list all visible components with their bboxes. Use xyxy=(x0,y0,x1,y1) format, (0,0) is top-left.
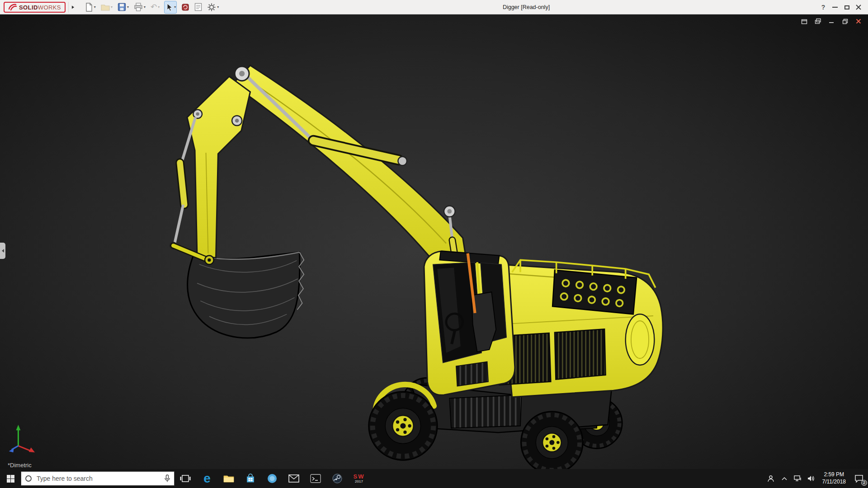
cortana-icon xyxy=(25,475,32,482)
file-explorer-button[interactable] xyxy=(218,469,240,488)
dropdown-caret[interactable]: ▾ xyxy=(174,5,176,9)
minimize-doc-icon xyxy=(829,19,834,24)
brand-solid: SOLID xyxy=(19,4,38,11)
file-explorer-icon xyxy=(223,474,234,483)
system-tray: 2:59 PM 7/11/2018 2 xyxy=(764,469,868,488)
dropdown-caret[interactable]: ▾ xyxy=(111,5,113,9)
restore-doc-icon xyxy=(842,19,848,24)
document-window-controls xyxy=(800,17,863,25)
dropdown-caret[interactable]: ▾ xyxy=(158,5,160,9)
dropdown-caret[interactable]: ▾ xyxy=(217,5,219,9)
side-grille-right xyxy=(555,329,606,379)
close-doc-icon xyxy=(856,19,861,24)
file-properties-icon xyxy=(194,3,202,11)
cascade-windows-icon xyxy=(815,18,821,24)
solidworks-2017-button[interactable]: SW 2017 xyxy=(348,469,370,488)
taskbar-clock[interactable]: 2:59 PM 7/11/2018 xyxy=(818,469,850,488)
search-input[interactable] xyxy=(36,474,160,483)
brand-works: WORKS xyxy=(38,4,61,11)
cascade-windows-button[interactable] xyxy=(814,17,822,25)
new-window-icon xyxy=(801,18,807,24)
3d-scene[interactable] xyxy=(0,14,868,469)
blue-circle-app-button[interactable] xyxy=(261,469,283,488)
quick-access-toolbar: ▾ ▾ ▾ ▾ xyxy=(85,1,219,14)
chevron-up-icon xyxy=(782,477,787,480)
select-tool-button[interactable]: ▾ xyxy=(164,1,177,14)
hidden-icons-button[interactable] xyxy=(778,469,791,488)
rebuild-button[interactable] xyxy=(181,1,190,14)
clock-date: 7/11/2018 xyxy=(822,479,846,486)
excavator-body[interactable] xyxy=(497,260,663,397)
close-icon xyxy=(856,5,861,10)
maximize-button[interactable] xyxy=(841,0,853,14)
print-icon xyxy=(134,3,143,11)
minimize-doc-button[interactable] xyxy=(827,17,835,25)
edge-icon: e xyxy=(203,472,211,485)
new-document-button[interactable]: ▾ xyxy=(85,1,96,14)
clock-time: 2:59 PM xyxy=(822,471,846,479)
solidworks-logo: SOLIDWORKS xyxy=(4,2,66,13)
window-title: Digger [Read-only] xyxy=(481,4,571,10)
blue-circle-app-icon xyxy=(267,473,278,484)
dark-circle-app-button[interactable] xyxy=(326,469,348,488)
notification-badge: 2 xyxy=(861,480,867,486)
save-button[interactable]: ▾ xyxy=(117,1,129,14)
restore-doc-button[interactable] xyxy=(841,17,849,25)
minimize-icon xyxy=(832,7,838,8)
open-button[interactable]: ▾ xyxy=(100,1,113,14)
new-document-icon xyxy=(85,3,93,12)
dark-circle-app-icon xyxy=(332,473,343,484)
store-bag-icon xyxy=(245,474,255,483)
maximize-icon xyxy=(844,5,849,9)
action-center-button[interactable]: 2 xyxy=(850,469,868,488)
edge-browser-button[interactable]: e xyxy=(196,469,218,488)
graphics-viewport[interactable]: *Dimetric xyxy=(0,14,868,469)
taskbar-search[interactable] xyxy=(21,471,175,486)
excavator-wheel-rear-near[interactable] xyxy=(521,412,583,469)
network-icon xyxy=(794,475,802,482)
people-button[interactable] xyxy=(764,469,778,488)
collapsed-panel-handle[interactable] xyxy=(0,243,5,259)
mail-envelope-icon xyxy=(288,474,299,483)
task-view-icon xyxy=(180,474,191,483)
start-button[interactable] xyxy=(0,469,21,488)
command-prompt-button[interactable] xyxy=(305,469,326,488)
dropdown-caret[interactable]: ▾ xyxy=(127,5,129,9)
save-floppy-icon xyxy=(118,3,126,11)
dropdown-caret[interactable]: ▾ xyxy=(94,5,96,9)
volume-icon xyxy=(807,475,816,482)
undo-button[interactable]: ↶ ▾ xyxy=(150,1,160,14)
open-folder-icon xyxy=(101,3,110,11)
people-icon xyxy=(767,475,775,482)
network-button[interactable] xyxy=(791,469,805,488)
panel-arrow-icon xyxy=(2,249,4,253)
options-button[interactable]: ▾ xyxy=(207,1,219,14)
mail-button[interactable] xyxy=(283,469,305,488)
minimize-button[interactable] xyxy=(829,0,841,14)
store-button[interactable] xyxy=(240,469,261,488)
select-cursor-icon xyxy=(165,3,173,12)
toolbar-flyout-button[interactable] xyxy=(68,2,77,13)
windows-logo-icon xyxy=(7,475,14,483)
task-view-button[interactable] xyxy=(175,469,196,488)
excavator-wheel-front-near[interactable] xyxy=(369,392,438,460)
flyout-arrow-icon xyxy=(71,5,75,9)
close-button[interactable] xyxy=(853,0,864,14)
app-titlebar: SOLIDWORKS ▾ ▾ ▾ xyxy=(0,0,868,14)
print-button[interactable]: ▾ xyxy=(133,1,146,14)
help-icon: ? xyxy=(821,4,826,11)
command-prompt-icon xyxy=(310,474,321,483)
microphone-icon[interactable] xyxy=(164,474,170,483)
options-gear-icon xyxy=(207,3,216,12)
ds-logo-icon xyxy=(8,3,17,11)
file-properties-button[interactable] xyxy=(194,1,203,14)
excavator-cab[interactable] xyxy=(424,251,515,395)
volume-button[interactable] xyxy=(805,469,818,488)
help-button[interactable]: ? xyxy=(817,0,829,14)
close-doc-button[interactable] xyxy=(854,17,863,25)
window-controls: ? xyxy=(817,0,864,14)
dropdown-caret[interactable]: ▾ xyxy=(144,5,146,9)
view-orientation-label: *Dimetric xyxy=(8,462,32,469)
undo-icon: ↶ xyxy=(151,3,157,11)
new-window-button[interactable] xyxy=(800,17,808,25)
